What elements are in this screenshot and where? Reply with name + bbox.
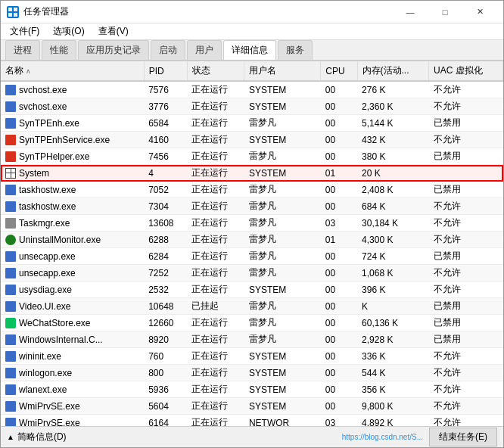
table-row[interactable]: wlanext.exe 5936正在运行SYSTEM00356 K不允许 <box>1 381 503 398</box>
menu-file[interactable]: 文件(F) <box>4 23 45 39</box>
col-name[interactable]: 名称 ∧ <box>1 61 144 81</box>
cell-status: 正在运行 <box>187 381 244 398</box>
table-row[interactable]: WindowsInternal.C... 8920正在运行雷梦凡002,928 … <box>1 331 503 348</box>
cell-pid: 7304 <box>144 198 187 215</box>
cell-pid: 12660 <box>144 315 187 331</box>
tab-services[interactable]: 服务 <box>278 40 313 60</box>
cell-pid: 4160 <box>144 132 187 148</box>
cell-status: 正在运行 <box>187 265 244 282</box>
process-table-body: svchost.exe 7576正在运行SYSTEM00276 K不允许 svc… <box>1 81 503 426</box>
cell-status: 正在运行 <box>187 415 244 427</box>
menu-options[interactable]: 选项(O) <box>47 23 90 39</box>
cell-name: WmiPrvSE.exe <box>1 415 144 427</box>
cell-status: 正在运行 <box>187 81 244 98</box>
table-row[interactable]: taskhostw.exe 7052正在运行雷梦凡002,408 K已禁用 <box>1 182 503 198</box>
maximize-button[interactable]: □ <box>428 1 462 23</box>
tab-app-history[interactable]: 应用历史记录 <box>78 40 149 60</box>
table-row[interactable]: WmiPrvSE.exe 5604正在运行SYSTEM009,800 K不允许 <box>1 398 503 415</box>
app-icon <box>7 6 19 18</box>
cell-name: taskhostw.exe <box>1 182 144 198</box>
table-row[interactable]: Taskmgr.exe 13608正在运行雷梦凡0330,184 K不允许 <box>1 215 503 232</box>
cell-cpu: 00 <box>321 98 357 115</box>
summary-toggle[interactable]: ▲ 简略信息(D) <box>7 431 67 443</box>
cell-user: SYSTEM <box>244 381 321 398</box>
cell-memory: 5,144 K <box>357 115 429 132</box>
table-row[interactable]: SynTPEnh.exe 6584正在运行雷梦凡005,144 K已禁用 <box>1 115 503 132</box>
cell-cpu: 00 <box>321 282 357 298</box>
cell-memory: 20 K <box>357 165 429 182</box>
cell-memory: 336 K <box>357 348 429 365</box>
end-task-button[interactable]: 结束任务(E) <box>429 428 497 446</box>
cell-uac: 不允许 <box>429 198 503 215</box>
table-row[interactable]: WeChatStore.exe 12660正在运行雷梦凡0060,136 K已禁… <box>1 315 503 331</box>
col-pid[interactable]: PID <box>144 61 187 81</box>
cell-pid: 6584 <box>144 115 187 132</box>
menu-view[interactable]: 查看(V) <box>92 23 135 39</box>
cell-status: 正在运行 <box>187 315 244 331</box>
cell-uac: 不允许 <box>429 98 503 115</box>
cell-name: svchost.exe <box>1 81 144 98</box>
cell-status: 正在运行 <box>187 348 244 365</box>
cell-pid: 3776 <box>144 98 187 115</box>
cell-user: 雷梦凡 <box>244 248 321 265</box>
cell-cpu: 03 <box>321 215 357 232</box>
table-row[interactable]: unsecapp.exe 7252正在运行雷梦凡001,068 K不允许 <box>1 265 503 282</box>
cell-uac: 不允许 <box>429 232 503 248</box>
summary-label[interactable]: 简略信息(D) <box>17 431 67 443</box>
table-row[interactable]: winlogon.exe 800正在运行SYSTEM00544 K不允许 <box>1 365 503 381</box>
cell-cpu: 00 <box>321 81 357 98</box>
statusbar-right: https://blog.csdn.net/S... 结束任务(E) <box>342 428 497 446</box>
col-username[interactable]: 用户名 <box>244 61 321 81</box>
cell-user: NETWOR <box>244 415 321 427</box>
close-button[interactable]: ✕ <box>462 1 497 23</box>
col-memory[interactable]: 内存(活动... <box>357 61 429 81</box>
table-row[interactable]: System 4正在运行SYSTEM0120 K <box>1 165 503 182</box>
minimize-button[interactable]: — <box>393 1 428 23</box>
process-table-container[interactable]: 名称 ∧ PID 状态 用户名 CPU 内存(活动... UAC 虚拟化 <box>1 61 503 426</box>
cell-memory: 1,068 K <box>357 265 429 282</box>
cell-pid: 800 <box>144 365 187 381</box>
cell-cpu: 00 <box>321 148 357 165</box>
cell-status: 正在运行 <box>187 148 244 165</box>
cell-status: 正在运行 <box>187 248 244 265</box>
cell-cpu: 00 <box>321 365 357 381</box>
table-row[interactable]: SynTPEnhService.exe 4160正在运行SYSTEM00432 … <box>1 132 503 148</box>
cell-user: 雷梦凡 <box>244 331 321 348</box>
cell-pid: 2532 <box>144 282 187 298</box>
table-row[interactable]: svchost.exe 3776正在运行SYSTEM002,360 K不允许 <box>1 98 503 115</box>
table-row[interactable]: svchost.exe 7576正在运行SYSTEM00276 K不允许 <box>1 81 503 98</box>
table-row[interactable]: usysdiag.exe 2532正在运行SYSTEM00396 K不允许 <box>1 282 503 298</box>
cell-pid: 5936 <box>144 381 187 398</box>
cell-cpu: 01 <box>321 232 357 248</box>
cell-memory: 9,800 K <box>357 398 429 415</box>
cell-uac: 不允许 <box>429 415 503 427</box>
main-content: 名称 ∧ PID 状态 用户名 CPU 内存(活动... UAC 虚拟化 <box>1 61 503 447</box>
col-status[interactable]: 状态 <box>187 61 244 81</box>
svg-rect-0 <box>8 8 12 11</box>
cell-status: 已挂起 <box>187 298 244 315</box>
table-row[interactable]: unsecapp.exe 6284正在运行雷梦凡00724 K已禁用 <box>1 248 503 265</box>
table-row[interactable]: Video.UI.exe 10648已挂起雷梦凡00K已禁用 <box>1 298 503 315</box>
table-row[interactable]: wininit.exe 760正在运行SYSTEM00336 K不允许 <box>1 348 503 365</box>
tab-details[interactable]: 详细信息 <box>223 40 276 60</box>
cell-user: 雷梦凡 <box>244 232 321 248</box>
cell-name: wlanext.exe <box>1 381 144 398</box>
tab-processes[interactable]: 进程 <box>5 40 40 60</box>
table-row[interactable]: SynTPHelper.exe 7456正在运行雷梦凡00380 K已禁用 <box>1 148 503 165</box>
cell-uac: 不允许 <box>429 398 503 415</box>
col-cpu[interactable]: CPU <box>321 61 357 81</box>
table-row[interactable]: WmiPrvSE.exe 6164正在运行NETWOR034,892 K不允许 <box>1 415 503 427</box>
table-row[interactable]: taskhostw.exe 7304正在运行雷梦凡00684 K不允许 <box>1 198 503 215</box>
col-uac[interactable]: UAC 虚拟化 <box>429 61 503 81</box>
cell-memory: 30,184 K <box>357 215 429 232</box>
cell-cpu: 00 <box>321 182 357 198</box>
cell-pid: 6164 <box>144 415 187 427</box>
tab-startup[interactable]: 启动 <box>151 40 185 60</box>
cell-name: SynTPEnhService.exe <box>1 132 144 148</box>
cell-pid: 6288 <box>144 232 187 248</box>
tab-users[interactable]: 用户 <box>187 40 222 60</box>
cell-memory: 4,300 K <box>357 232 429 248</box>
table-row[interactable]: UninstallMonitor.exe 6288正在运行雷梦凡014,300 … <box>1 232 503 248</box>
tab-performance[interactable]: 性能 <box>42 40 76 60</box>
cell-uac: 不允许 <box>429 348 503 365</box>
